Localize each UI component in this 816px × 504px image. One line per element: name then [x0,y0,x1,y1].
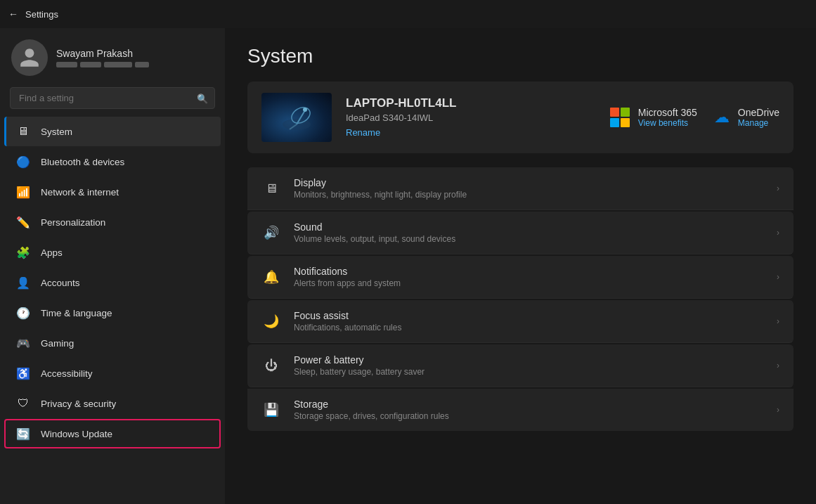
privacy-icon: 🛡 [15,396,31,411]
device-image [261,93,332,142]
page-title: System [247,45,794,67]
accessibility-icon: ♿ [15,366,31,381]
sidebar-item-gaming[interactable]: 🎮Gaming [4,328,221,358]
user-profile[interactable]: Swayam Prakash [0,28,225,84]
focus-assist-text: Focus assistNotifications, automatic rul… [294,310,764,332]
onedrive-icon: ☁ [714,108,730,127]
ms365-sq-yellow [621,118,630,127]
sidebar-item-accounts[interactable]: 👤Accounts [4,268,221,297]
sidebar-item-personalization[interactable]: ✏️Personalization [4,207,221,237]
settings-item-focus-assist[interactable]: 🌙Focus assistNotifications, automatic ru… [247,300,794,343]
personalization-label: Personalization [41,217,105,228]
nav-list: 🖥System🔵Bluetooth & devices📶Network & in… [0,116,225,449]
title-bar: ← Settings [0,0,816,28]
network-label: Network & internet [41,187,119,198]
accounts-icon: 👤 [15,275,31,290]
sidebar-item-bluetooth[interactable]: 🔵Bluetooth & devices [4,147,221,176]
main-layout: Swayam Prakash 🔍 🖥System🔵Bluetooth & dev… [0,28,816,504]
sidebar-item-windows-update[interactable]: 🔄Windows Update [4,419,221,448]
windows-update-icon: 🔄 [15,426,31,441]
settings-item-display[interactable]: 🖥DisplayMonitors, brightness, night ligh… [247,167,794,210]
device-model: IdeaPad S340-14IWL [346,112,596,123]
notifications-title: Notifications [294,266,764,277]
device-card: LAPTOP-HL0TL4LL IdeaPad S340-14IWL Renam… [247,82,794,153]
gaming-label: Gaming [41,338,74,349]
display-text: DisplayMonitors, brightness, night light… [294,177,764,200]
settings-item-storage[interactable]: 💾StorageStorage space, drives, configura… [247,389,794,431]
notifications-text: NotificationsAlerts from apps and system [294,266,764,288]
onedrive-name: OneDrive [738,107,779,118]
bluetooth-icon: 🔵 [15,154,31,169]
settings-list: 🖥DisplayMonitors, brightness, night ligh… [247,167,794,431]
focus-assist-icon: 🌙 [261,311,281,331]
user-icon [18,46,41,69]
bluetooth-label: Bluetooth & devices [41,157,124,167]
device-illustration [276,100,318,135]
power-battery-icon: ⏻ [261,356,281,375]
onedrive-app-item: ☁ OneDrive Manage [714,107,779,128]
ms365-info: Microsoft 365 View benefits [638,107,697,128]
sidebar-item-accessibility[interactable]: ♿Accessibility [4,358,221,388]
search-input[interactable] [10,87,215,109]
ms365-sq-green [621,108,630,117]
onedrive-info: OneDrive Manage [738,107,779,128]
power-battery-text: Power & batterySleep, battery usage, bat… [294,354,764,377]
display-icon: 🖥 [261,179,281,198]
notifications-desc: Alerts from apps and system [294,278,764,288]
power-battery-desc: Sleep, battery usage, battery saver [294,367,764,377]
personalization-icon: ✏️ [15,214,31,230]
system-icon: 🖥 [15,124,31,139]
settings-item-sound[interactable]: 🔊SoundVolume levels, output, input, soun… [247,212,794,254]
ms365-app-item: Microsoft 365 View benefits [610,107,697,128]
settings-item-power-battery[interactable]: ⏻Power & batterySleep, battery usage, ba… [247,344,794,387]
notifications-chevron: › [777,272,779,282]
storage-text: StorageStorage space, drives, configurat… [294,399,764,421]
sidebar-item-privacy[interactable]: 🛡Privacy & security [4,389,221,418]
sidebar-item-apps[interactable]: 🧩Apps [4,238,221,267]
sound-title: Sound [294,221,764,233]
sidebar-item-network[interactable]: 📶Network & internet [4,177,221,207]
search-icon: 🔍 [197,93,208,103]
time-label: Time & language [41,308,112,318]
display-title: Display [294,177,764,188]
display-chevron: › [777,183,779,193]
user-bar-3 [104,62,132,67]
search-container: 🔍 [0,84,225,116]
apps-label: Apps [41,247,63,258]
search-wrapper: 🔍 [10,87,215,109]
user-name: Swayam Prakash [56,48,149,59]
network-icon: 📶 [15,184,31,200]
power-battery-chevron: › [777,361,779,370]
sound-desc: Volume levels, output, input, sound devi… [294,234,764,244]
device-rename-link[interactable]: Rename [346,127,380,138]
storage-icon: 💾 [261,400,281,420]
ms365-sq-red [610,108,619,117]
svg-point-3 [303,108,307,112]
content-area: System LAPTOP-HL0TL4LL IdeaPad S340- [225,28,816,504]
avatar [11,39,48,76]
ms365-sub[interactable]: View benefits [638,118,697,128]
sidebar-item-system[interactable]: 🖥System [4,117,221,146]
user-bars [56,62,149,67]
app-title: Settings [25,9,58,20]
accessibility-label: Accessibility [41,368,93,379]
sidebar-item-time[interactable]: 🕐Time & language [4,298,221,328]
ms365-name: Microsoft 365 [638,107,697,118]
focus-assist-chevron: › [777,316,779,326]
ms365-sq-blue [610,118,619,127]
privacy-label: Privacy & security [41,399,116,409]
ms365-icon [610,108,630,127]
back-button[interactable]: ← [8,8,18,20]
display-desc: Monitors, brightness, night light, displ… [294,190,764,200]
apps-icon: 🧩 [15,245,31,260]
focus-assist-title: Focus assist [294,310,764,321]
user-bar-2 [80,62,101,67]
sound-text: SoundVolume levels, output, input, sound… [294,221,764,244]
sidebar: Swayam Prakash 🔍 🖥System🔵Bluetooth & dev… [0,28,225,504]
onedrive-sub[interactable]: Manage [738,118,779,128]
storage-title: Storage [294,399,764,410]
focus-assist-desc: Notifications, automatic rules [294,323,764,332]
device-name: LAPTOP-HL0TL4LL [346,96,596,110]
accounts-label: Accounts [41,278,80,288]
settings-item-notifications[interactable]: 🔔NotificationsAlerts from apps and syste… [247,256,794,299]
